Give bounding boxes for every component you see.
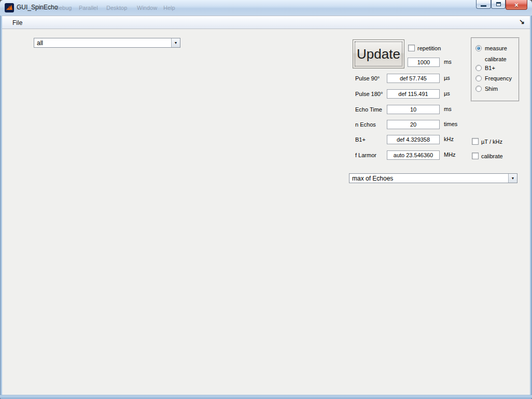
ghost-menu-window: Window xyxy=(137,5,157,11)
pulse90-input[interactable] xyxy=(387,74,440,83)
close-button[interactable]: × xyxy=(506,0,527,10)
n-echos-input[interactable] xyxy=(387,120,440,129)
calibrate-checkbox[interactable] xyxy=(472,153,479,159)
shim-radio[interactable] xyxy=(475,86,482,92)
pulse90-unit: µs xyxy=(444,75,450,81)
ghost-menu-desktop: Desktop xyxy=(106,5,127,11)
window-bottom-frame xyxy=(0,395,532,399)
figure-area: all ▼ Update repetition ms Pulse 90° µs … xyxy=(2,29,530,395)
b1-radio-label: B1+ xyxy=(485,65,495,71)
f-larmor-unit: MHz xyxy=(444,152,456,158)
b1-input[interactable] xyxy=(387,135,440,144)
pulse180-unit: µs xyxy=(444,90,450,97)
analysis-selector-value: max of Echoes xyxy=(352,175,393,182)
calibrate-section-label: calibrate xyxy=(485,56,507,62)
restore-icon xyxy=(496,2,501,6)
echo-time-label: Echo Time xyxy=(355,106,382,113)
pulse180-input[interactable] xyxy=(387,89,440,99)
frequency-radio-label: Frequency xyxy=(485,75,512,81)
calibrate-checkbox-label: calibrate xyxy=(481,153,503,159)
plots-layer xyxy=(2,29,530,395)
n-echos-label: n Echos xyxy=(355,121,376,128)
ghost-menu-help: Help xyxy=(163,5,175,11)
f-larmor-label: f Larmor xyxy=(355,152,376,158)
title-bar[interactable]: GUI_SpinEcho Debug Parallel Desktop Wind… xyxy=(0,0,532,16)
analysis-selector-dropdown[interactable]: max of Echoes ▼ xyxy=(349,173,517,183)
signal-selector-value: all xyxy=(37,39,43,47)
pulse180-label: Pulse 180° xyxy=(355,91,383,97)
ghost-menu-debug: Debug xyxy=(55,5,72,11)
f-larmor-input[interactable] xyxy=(387,150,440,160)
minimize-icon xyxy=(481,5,486,7)
update-button[interactable]: Update xyxy=(353,39,404,68)
close-icon: × xyxy=(514,1,519,9)
ghost-menu-parallel: Parallel xyxy=(79,5,98,11)
echo-time-unit: ms xyxy=(444,106,452,112)
b1-unit: kHz xyxy=(444,136,454,142)
signal-selector-dropdown[interactable]: all ▼ xyxy=(34,38,180,48)
n-echos-unit: times xyxy=(444,121,457,127)
measure-label: measure xyxy=(485,45,507,51)
menu-bar: File ↘ xyxy=(2,16,530,29)
chevron-down-icon: ▼ xyxy=(171,38,180,47)
repetition-time-unit: ms xyxy=(444,59,452,65)
dock-figure-icon[interactable]: ↘ xyxy=(519,18,525,25)
pulse90-label: Pulse 90° xyxy=(355,75,380,81)
ut-khz-label: µT / kHz xyxy=(481,139,502,145)
b1-label: B1+ xyxy=(355,136,366,143)
menu-file[interactable]: File xyxy=(9,19,25,27)
window-title: GUI_SpinEcho xyxy=(17,4,58,11)
b1-radio[interactable] xyxy=(475,65,482,71)
gui-spinecho-window: GUI_SpinEcho Debug Parallel Desktop Wind… xyxy=(0,0,532,399)
minimize-button[interactable] xyxy=(476,0,491,9)
chevron-down-icon: ▼ xyxy=(508,174,517,183)
measure-radio[interactable] xyxy=(475,45,482,51)
repetition-time-input[interactable] xyxy=(408,58,440,67)
frequency-radio[interactable] xyxy=(475,75,482,81)
ut-khz-checkbox[interactable] xyxy=(472,138,479,145)
matlab-app-icon xyxy=(5,3,14,12)
restore-button[interactable] xyxy=(491,0,506,9)
repetition-checkbox[interactable] xyxy=(408,45,415,51)
shim-radio-label: Shim xyxy=(485,86,498,92)
echo-time-input[interactable] xyxy=(387,105,440,114)
repetition-label: repetition xyxy=(417,45,441,51)
